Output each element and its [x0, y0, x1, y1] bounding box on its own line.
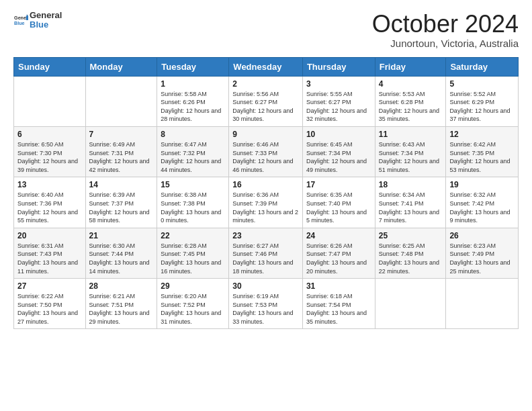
day-number: 30 [232, 281, 299, 291]
daylight: Daylight: 13 hours and 25 minutes. [449, 259, 515, 275]
sunset: Sunset: 7:33 PM [232, 149, 299, 158]
day-info: Sunrise: 5:56 AM Sunset: 6:27 PM Dayligh… [232, 90, 299, 124]
sunset: Sunset: 7:50 PM [17, 301, 82, 310]
sunset: Sunset: 6:27 PM [232, 98, 299, 107]
daylight: Daylight: 12 hours and 39 minutes. [17, 157, 82, 174]
page: General Blue General Blue October 2024 J… [0, 0, 532, 411]
day-info: Sunrise: 6:27 AM Sunset: 7:46 PM Dayligh… [232, 242, 299, 275]
title-section: October 2024 Junortoun, Victoria, Austra… [372, 11, 519, 49]
calendar-cell: 18 Sunrise: 6:34 AM Sunset: 7:41 PM Dayl… [375, 177, 446, 228]
day-info: Sunrise: 6:22 AM Sunset: 7:50 PM Dayligh… [17, 292, 82, 326]
calendar-cell: 10 Sunrise: 6:45 AM Sunset: 7:34 PM Dayl… [302, 126, 375, 177]
calendar-week-4: 20 Sunrise: 6:31 AM Sunset: 7:43 PM Dayl… [14, 228, 519, 278]
day-number: 21 [89, 231, 154, 240]
sunrise: Sunrise: 6:36 AM [232, 191, 299, 199]
daylight: Daylight: 13 hours and 35 minutes. [306, 309, 371, 326]
sunrise: Sunrise: 6:39 AM [89, 191, 154, 199]
location: Junortoun, Victoria, Australia [372, 38, 519, 49]
calendar-cell: 21 Sunrise: 6:30 AM Sunset: 7:44 PM Dayl… [85, 228, 157, 278]
calendar-cell [85, 76, 157, 126]
day-info: Sunrise: 6:45 AM Sunset: 7:34 PM Dayligh… [306, 140, 371, 174]
day-number: 13 [17, 180, 82, 189]
col-monday: Monday [85, 57, 157, 76]
sunset: Sunset: 7:37 PM [89, 199, 154, 208]
daylight: Daylight: 13 hours and 16 minutes. [161, 259, 225, 275]
day-number: 24 [306, 231, 371, 240]
daylight: Daylight: 12 hours and 51 minutes. [379, 157, 443, 174]
sunrise: Sunrise: 6:22 AM [17, 292, 82, 301]
sunrise: Sunrise: 6:31 AM [17, 242, 82, 250]
day-number: 23 [232, 231, 299, 240]
sunset: Sunset: 7:49 PM [449, 250, 515, 259]
day-number: 7 [89, 130, 154, 139]
sunrise: Sunrise: 6:47 AM [161, 140, 225, 149]
calendar-week-1: 1 Sunrise: 5:58 AM Sunset: 6:26 PM Dayli… [14, 76, 519, 126]
calendar-cell: 29 Sunrise: 6:20 AM Sunset: 7:52 PM Dayl… [157, 279, 229, 329]
day-info: Sunrise: 6:30 AM Sunset: 7:44 PM Dayligh… [89, 242, 154, 275]
calendar-cell: 19 Sunrise: 6:32 AM Sunset: 7:42 PM Dayl… [446, 177, 519, 228]
calendar-cell: 12 Sunrise: 6:42 AM Sunset: 7:35 PM Dayl… [446, 126, 519, 177]
calendar-week-2: 6 Sunrise: 6:50 AM Sunset: 7:30 PM Dayli… [14, 126, 519, 177]
sunset: Sunset: 7:43 PM [17, 250, 82, 259]
calendar-cell: 28 Sunrise: 6:21 AM Sunset: 7:51 PM Dayl… [85, 279, 157, 329]
header: General Blue General Blue October 2024 J… [13, 11, 519, 49]
sunrise: Sunrise: 6:26 AM [306, 242, 371, 250]
sunrise: Sunrise: 6:42 AM [449, 140, 515, 149]
day-info: Sunrise: 6:50 AM Sunset: 7:30 PM Dayligh… [17, 140, 82, 174]
calendar: Sunday Monday Tuesday Wednesday Thursday… [13, 57, 519, 330]
day-info: Sunrise: 6:47 AM Sunset: 7:32 PM Dayligh… [161, 140, 225, 174]
sunset: Sunset: 7:47 PM [306, 250, 371, 259]
calendar-cell: 8 Sunrise: 6:47 AM Sunset: 7:32 PM Dayli… [157, 126, 229, 177]
sunrise: Sunrise: 6:25 AM [379, 242, 443, 250]
day-number: 9 [232, 130, 299, 139]
sunset: Sunset: 7:45 PM [161, 250, 225, 259]
logo-text: General Blue [30, 11, 62, 30]
col-friday: Friday [375, 57, 446, 76]
sunset: Sunset: 7:53 PM [232, 301, 299, 310]
calendar-cell [375, 279, 446, 329]
daylight: Daylight: 12 hours and 35 minutes. [379, 107, 443, 124]
calendar-cell: 27 Sunrise: 6:22 AM Sunset: 7:50 PM Dayl… [14, 279, 86, 329]
sunset: Sunset: 6:27 PM [306, 98, 371, 107]
sunrise: Sunrise: 6:43 AM [379, 140, 443, 149]
day-info: Sunrise: 6:35 AM Sunset: 7:40 PM Dayligh… [306, 191, 371, 224]
day-number: 29 [161, 281, 225, 291]
day-info: Sunrise: 6:39 AM Sunset: 7:37 PM Dayligh… [89, 191, 154, 224]
day-number: 4 [379, 79, 443, 89]
daylight: Daylight: 13 hours and 29 minutes. [89, 309, 154, 326]
daylight: Daylight: 13 hours and 22 minutes. [379, 259, 443, 275]
day-number: 15 [161, 180, 225, 189]
daylight: Daylight: 12 hours and 30 minutes. [232, 107, 299, 124]
calendar-cell: 15 Sunrise: 6:38 AM Sunset: 7:38 PM Dayl… [157, 177, 229, 228]
sunrise: Sunrise: 6:40 AM [17, 191, 82, 199]
logo-blue: Blue [30, 20, 62, 30]
daylight: Daylight: 13 hours and 18 minutes. [232, 259, 299, 275]
day-number: 8 [161, 130, 225, 139]
daylight: Daylight: 12 hours and 44 minutes. [161, 157, 225, 174]
sunset: Sunset: 6:26 PM [161, 98, 225, 107]
day-number: 1 [161, 79, 225, 89]
sunrise: Sunrise: 6:20 AM [161, 292, 225, 301]
sunset: Sunset: 7:36 PM [17, 199, 82, 208]
day-number: 16 [232, 180, 299, 189]
day-number: 12 [449, 130, 515, 139]
daylight: Daylight: 12 hours and 49 minutes. [306, 157, 371, 174]
calendar-week-5: 27 Sunrise: 6:22 AM Sunset: 7:50 PM Dayl… [14, 279, 519, 329]
col-wednesday: Wednesday [229, 57, 303, 76]
day-info: Sunrise: 6:36 AM Sunset: 7:39 PM Dayligh… [232, 191, 299, 224]
sunrise: Sunrise: 5:55 AM [306, 90, 371, 99]
day-info: Sunrise: 6:20 AM Sunset: 7:52 PM Dayligh… [161, 292, 225, 326]
calendar-cell: 6 Sunrise: 6:50 AM Sunset: 7:30 PM Dayli… [14, 126, 86, 177]
day-info: Sunrise: 5:58 AM Sunset: 6:26 PM Dayligh… [161, 90, 225, 124]
sunset: Sunset: 6:28 PM [379, 98, 443, 107]
day-number: 22 [161, 231, 225, 240]
day-info: Sunrise: 6:34 AM Sunset: 7:41 PM Dayligh… [379, 191, 443, 224]
day-info: Sunrise: 6:19 AM Sunset: 7:53 PM Dayligh… [232, 292, 299, 326]
day-number: 20 [17, 231, 82, 240]
day-number: 6 [17, 130, 82, 139]
day-number: 18 [379, 180, 443, 189]
sunset: Sunset: 7:34 PM [306, 149, 371, 158]
calendar-cell: 23 Sunrise: 6:27 AM Sunset: 7:46 PM Dayl… [229, 228, 303, 278]
day-number: 10 [306, 130, 371, 139]
daylight: Daylight: 13 hours and 11 minutes. [17, 259, 82, 275]
